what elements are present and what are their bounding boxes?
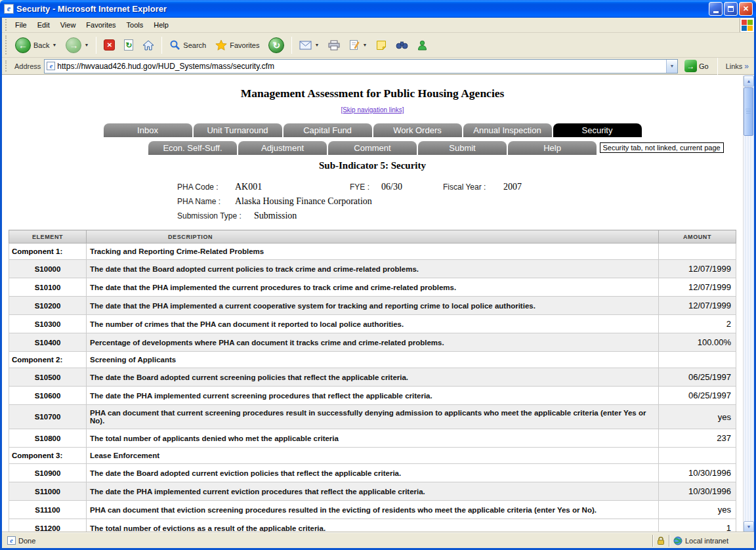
menu-edit[interactable]: Edit xyxy=(32,20,55,30)
table-header-row: ELEMENT DESCRIPTION AMOUNT xyxy=(9,230,736,243)
back-dropdown-icon[interactable]: ▼ xyxy=(52,43,56,47)
fye-label: FYE : xyxy=(350,180,381,194)
refresh-button[interactable]: ↻ xyxy=(120,37,137,53)
toolbar-grip[interactable] xyxy=(5,19,8,31)
scrollbar-track[interactable] xyxy=(744,87,754,521)
mail-dropdown-icon[interactable]: ▼ xyxy=(314,43,319,47)
tab-adjustment[interactable]: Adjustment xyxy=(238,141,327,155)
tab-econ-self-suff[interactable]: Econ. Self-Suff. xyxy=(148,141,237,155)
tab-annual-inspection[interactable]: Annual Inspection xyxy=(463,123,552,137)
pha-name-label: PHA Name : xyxy=(177,195,235,209)
element-code: S10100 xyxy=(9,278,87,297)
scrollbar-thumb[interactable] xyxy=(744,87,753,136)
scroll-up-button[interactable]: ▲ xyxy=(744,75,754,87)
binoculars-icon xyxy=(396,40,408,50)
favorites-button[interactable]: Favorites xyxy=(211,37,263,53)
element-description: The date the PHA implemented current scr… xyxy=(87,387,659,405)
stop-button[interactable]: ✕ xyxy=(100,37,119,53)
element-code: S10000 xyxy=(9,260,87,278)
menu-file[interactable]: File xyxy=(10,20,32,30)
tab-work-orders[interactable]: Work Orders xyxy=(373,123,462,137)
close-icon: ✕ xyxy=(743,5,749,13)
tab-help[interactable]: Help xyxy=(508,141,597,155)
minimize-button[interactable] xyxy=(709,2,723,16)
amount-cell: 10/30/1996 xyxy=(659,482,736,501)
pha-code-label: PHA Code : xyxy=(177,180,235,194)
pha-name-value: Alaska Housing Finance Corporation xyxy=(235,196,372,206)
notes-icon xyxy=(376,40,387,51)
address-input[interactable] xyxy=(57,60,666,72)
forward-icon: → xyxy=(66,37,81,53)
address-bar: Address e ▼ → Go Links » xyxy=(2,58,754,75)
edit-button[interactable]: ▼ xyxy=(345,37,371,53)
element-description: The date that the PHA implemented a curr… xyxy=(87,297,659,315)
tab-unit-turnaround[interactable]: Unit Turnaround xyxy=(194,123,282,137)
forward-button[interactable]: → ▼ xyxy=(62,35,93,56)
toolbar-separator xyxy=(717,58,718,75)
info-line-2: PHA Name :Alaska Housing Finance Corpora… xyxy=(177,194,743,209)
toolbar-grip[interactable] xyxy=(5,60,8,72)
history-icon: ↻ xyxy=(268,37,284,53)
address-label: Address xyxy=(14,62,41,70)
history-button[interactable]: ↻ xyxy=(264,35,288,56)
table-row: S10500 The date the Board adopted curren… xyxy=(9,368,736,387)
menu-favorites[interactable]: Favorites xyxy=(81,20,121,30)
element-code: S10900 xyxy=(9,464,87,482)
toolbar-separator xyxy=(161,37,162,54)
vertical-scrollbar: ▲ ▼ xyxy=(743,75,754,532)
tab-submit[interactable]: Submit xyxy=(418,141,507,155)
title-bar[interactable]: e Security - Microsoft Internet Explorer… xyxy=(0,0,756,18)
assessment-table: ELEMENT DESCRIPTION AMOUNT Component 1: … xyxy=(9,230,736,532)
amount-cell: 1 xyxy=(659,519,736,533)
maximize-button[interactable] xyxy=(724,2,738,16)
skip-navigation-link[interactable]: [Skip navigation links] xyxy=(341,106,404,114)
menu-help[interactable]: Help xyxy=(148,20,174,30)
edit-page-icon xyxy=(349,39,360,51)
element-description: PHA can document that eviction screening… xyxy=(87,501,659,519)
element-code: S10600 xyxy=(9,387,87,405)
tab-security-active: Security xyxy=(553,123,642,137)
table-row: S10800 The total number of applicants de… xyxy=(9,429,736,448)
scroll-down-button[interactable]: ▼ xyxy=(744,521,754,532)
edit-dropdown-icon[interactable]: ▼ xyxy=(362,43,367,47)
print-button[interactable] xyxy=(324,37,344,53)
links-bar[interactable]: Links » xyxy=(723,62,751,71)
find-button[interactable] xyxy=(392,37,412,53)
tab-inbox[interactable]: Inbox xyxy=(104,123,192,137)
ie-logo-icon: e xyxy=(4,4,14,14)
minimize-icon xyxy=(713,11,719,13)
table-row: S10300 The number of crimes that the PHA… xyxy=(9,315,736,333)
pha-info-block: PHA Code :AK001FYE :06/30Fiscal Year :20… xyxy=(177,180,743,223)
amount-cell xyxy=(659,352,736,368)
go-button[interactable]: → Go xyxy=(681,58,712,74)
tab-capital-fund[interactable]: Capital Fund xyxy=(284,123,372,137)
search-button[interactable]: Search xyxy=(165,37,210,53)
element-code: S10400 xyxy=(9,333,87,352)
status-page-icon: e xyxy=(7,536,16,545)
table-row: S11200 The total number of evictions as … xyxy=(9,519,736,533)
tab-tooltip: Security tab, not linked, current page xyxy=(600,142,724,153)
status-text: Done xyxy=(18,537,35,545)
fiscal-year-value: 2007 xyxy=(503,182,522,192)
messenger-button[interactable] xyxy=(413,37,431,53)
tab-row-2: Econ. Self-Suff. Adjustment Comment Subm… xyxy=(2,141,743,155)
address-dropdown-button[interactable]: ▼ xyxy=(666,60,677,73)
element-description: Percentage of developments where PHA can… xyxy=(87,333,659,352)
table-row: Component 1: Tracking and Reporting Crim… xyxy=(9,243,736,260)
toolbar-grip[interactable] xyxy=(5,35,8,55)
messenger-icon xyxy=(417,40,427,51)
menu-view[interactable]: View xyxy=(55,20,81,30)
maximize-icon xyxy=(728,6,734,12)
element-code: S10500 xyxy=(9,368,87,387)
tab-comment[interactable]: Comment xyxy=(328,141,417,155)
column-header-element: ELEMENT xyxy=(9,230,87,243)
menu-tools[interactable]: Tools xyxy=(121,20,149,30)
notes-button[interactable] xyxy=(372,37,390,53)
mail-button[interactable]: ▼ xyxy=(295,38,323,53)
search-label: Search xyxy=(183,41,206,49)
home-button[interactable] xyxy=(138,37,158,53)
back-button[interactable]: ← Back ▼ xyxy=(11,35,60,56)
intranet-globe-icon xyxy=(673,536,682,545)
close-button[interactable]: ✕ xyxy=(739,2,753,16)
forward-dropdown-icon[interactable]: ▼ xyxy=(84,43,89,47)
